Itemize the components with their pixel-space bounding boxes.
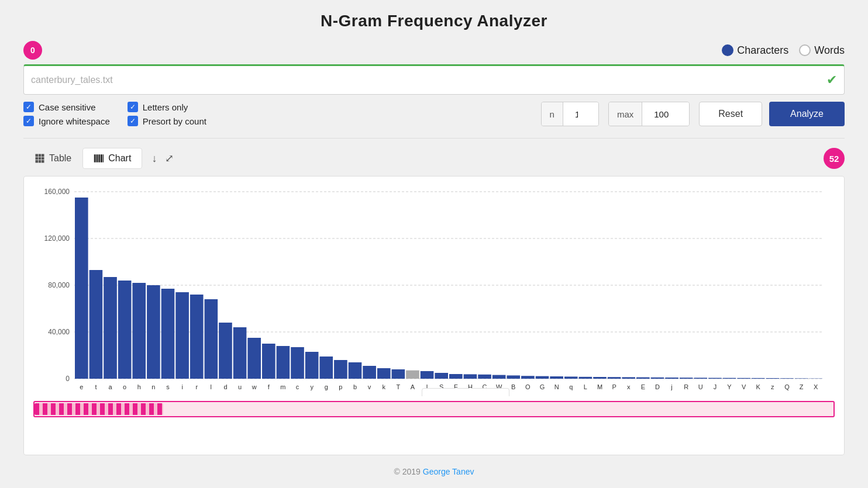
bar-g[interactable] bbox=[319, 357, 333, 379]
words-radio[interactable]: Words bbox=[799, 44, 845, 57]
ignore-whitespace-checkbox[interactable]: ✓ Ignore whitespace bbox=[23, 116, 110, 126]
tab-chart-label: Chart bbox=[108, 153, 131, 164]
max-input[interactable] bbox=[642, 102, 689, 126]
scrollbar-thumb[interactable] bbox=[35, 403, 163, 415]
bar-Y[interactable] bbox=[723, 378, 736, 379]
bar-j[interactable] bbox=[665, 378, 678, 379]
bar-f[interactable] bbox=[262, 344, 275, 379]
bar-P[interactable] bbox=[608, 377, 621, 379]
bar-H[interactable] bbox=[464, 374, 477, 379]
svg-text:U: U bbox=[698, 383, 703, 390]
download-button[interactable]: ↓ bbox=[151, 153, 157, 165]
bar-B[interactable] bbox=[507, 375, 520, 379]
bar-l[interactable] bbox=[205, 299, 218, 379]
bar-c[interactable] bbox=[291, 347, 304, 379]
bar-W[interactable] bbox=[492, 375, 506, 379]
bar-d[interactable] bbox=[219, 323, 232, 379]
svg-text:e: e bbox=[80, 383, 83, 390]
bar-D[interactable] bbox=[651, 378, 664, 379]
svg-text:s: s bbox=[166, 383, 170, 390]
bar-L[interactable] bbox=[579, 377, 593, 379]
n-input-group: n bbox=[541, 102, 599, 126]
svg-text:k: k bbox=[382, 383, 385, 390]
bar-Z[interactable] bbox=[795, 378, 808, 379]
tab-table[interactable]: Table bbox=[23, 148, 82, 169]
svg-text:g: g bbox=[325, 383, 328, 390]
analyze-button[interactable]: Analyze bbox=[769, 102, 845, 126]
svg-text:c: c bbox=[296, 383, 299, 390]
tooltip: A count : 7145 bbox=[422, 388, 509, 396]
svg-text:X: X bbox=[814, 383, 818, 390]
bar-h[interactable] bbox=[132, 283, 146, 379]
svg-text:d: d bbox=[223, 383, 227, 390]
svg-rect-4 bbox=[39, 157, 42, 160]
case-sensitive-checkbox[interactable]: ✓ Case sensitive bbox=[23, 102, 110, 112]
bar-i[interactable] bbox=[175, 292, 189, 379]
bar-z[interactable] bbox=[766, 378, 780, 379]
bar-T[interactable] bbox=[392, 369, 405, 379]
max-input-group: max bbox=[608, 102, 690, 126]
footer-author[interactable]: George Tanev bbox=[423, 467, 474, 476]
reset-button[interactable]: Reset bbox=[699, 102, 762, 126]
bar-V[interactable] bbox=[737, 378, 750, 379]
bar-a[interactable] bbox=[104, 277, 117, 379]
bar-I[interactable] bbox=[421, 371, 434, 379]
words-radio-dot bbox=[799, 44, 811, 56]
svg-text:b: b bbox=[353, 383, 357, 390]
chart-scrollbar[interactable] bbox=[33, 401, 835, 417]
presort-checkbox[interactable]: ✓ Presort by count bbox=[128, 116, 206, 126]
file-input-row: ✔ bbox=[23, 64, 845, 95]
bar-chart[interactable]: 040,00080,000120,000160,000etaohnsirlduw… bbox=[33, 186, 835, 396]
file-input[interactable] bbox=[31, 75, 837, 85]
bar-J[interactable] bbox=[708, 378, 722, 379]
svg-text:Y: Y bbox=[727, 383, 732, 390]
characters-label: Characters bbox=[737, 44, 788, 57]
bar-Q[interactable] bbox=[780, 378, 794, 379]
presort-label: Presort by count bbox=[143, 116, 206, 126]
bar-M[interactable] bbox=[593, 377, 607, 379]
svg-text:i: i bbox=[181, 383, 182, 390]
bar-r[interactable] bbox=[190, 295, 204, 379]
bar-w[interactable] bbox=[247, 338, 261, 379]
bar-v[interactable] bbox=[363, 366, 376, 379]
app-container: N-Gram Frequency Analyzer 0 Characters W… bbox=[0, 0, 868, 488]
bar-q[interactable] bbox=[564, 376, 578, 379]
characters-radio-dot bbox=[722, 44, 733, 56]
tab-chart[interactable]: Chart bbox=[82, 148, 142, 169]
bar-u[interactable] bbox=[233, 327, 247, 379]
bar-C[interactable] bbox=[478, 375, 491, 379]
svg-text:z: z bbox=[771, 383, 774, 390]
expand-button[interactable]: ⤢ bbox=[165, 152, 174, 165]
bar-m[interactable] bbox=[277, 346, 290, 379]
bar-R[interactable] bbox=[680, 378, 693, 379]
svg-rect-10 bbox=[97, 154, 98, 162]
bar-t[interactable] bbox=[89, 270, 103, 379]
n-label: n bbox=[542, 102, 563, 126]
characters-radio[interactable]: Characters bbox=[722, 44, 788, 57]
svg-text:r: r bbox=[195, 383, 198, 390]
bar-n[interactable] bbox=[147, 285, 160, 379]
bar-U[interactable] bbox=[694, 378, 707, 379]
svg-rect-0 bbox=[36, 154, 39, 157]
bar-E[interactable] bbox=[636, 378, 650, 379]
bar-A[interactable] bbox=[406, 371, 419, 379]
bar-p[interactable] bbox=[334, 360, 347, 379]
bar-S[interactable] bbox=[435, 373, 448, 379]
bar-o[interactable] bbox=[118, 281, 132, 379]
bar-G[interactable] bbox=[536, 376, 549, 379]
svg-text:x: x bbox=[627, 383, 631, 390]
bar-K[interactable] bbox=[752, 378, 765, 379]
bar-k[interactable] bbox=[377, 368, 391, 379]
bar-x[interactable] bbox=[622, 377, 635, 379]
bar-F[interactable] bbox=[449, 374, 463, 379]
bar-y[interactable] bbox=[305, 352, 319, 379]
bar-O[interactable] bbox=[521, 376, 535, 379]
svg-rect-11 bbox=[99, 154, 101, 162]
letters-only-checkbox[interactable]: ✓ Letters only bbox=[128, 102, 206, 112]
bar-s[interactable] bbox=[161, 289, 175, 379]
bar-N[interactable] bbox=[550, 376, 563, 379]
svg-rect-5 bbox=[42, 157, 44, 160]
bar-e[interactable] bbox=[75, 198, 88, 379]
n-input[interactable] bbox=[563, 102, 598, 126]
bar-b[interactable] bbox=[349, 362, 362, 379]
